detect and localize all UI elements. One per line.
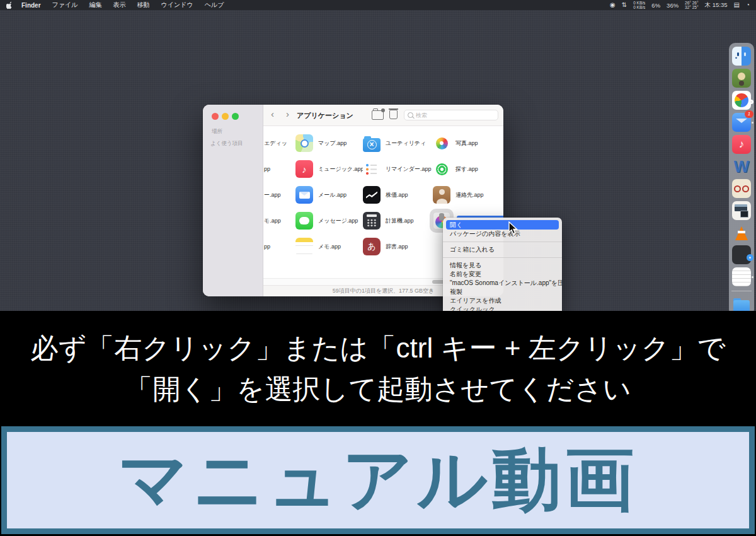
dock-vlc-icon[interactable] [732,223,751,242]
close-button[interactable] [212,113,219,120]
dock-reader-icon[interactable] [732,179,751,198]
app-icon [295,160,313,178]
app-icon [363,160,381,178]
network-arrows-icon[interactable]: ⇅ [622,0,627,10]
file-photos[interactable]: 写真.app [433,134,503,152]
file-label: リマインダー.app [386,165,432,173]
menu-bar-clock[interactable]: 木 15:35 [705,1,728,9]
menu-help[interactable]: ヘルプ [199,1,230,9]
network-speed[interactable]: 0 KB/s 0 KB/s [633,1,645,9]
file-label-clipped[interactable]: pp [264,238,287,255]
search-icon [408,112,413,118]
file-utilities[interactable]: ユーティリティ [363,134,432,152]
file-music[interactable]: ミュージック.app [295,160,364,178]
app-icon [433,160,450,178]
app-icon [363,186,381,204]
dock-quicktime-icon[interactable] [732,245,751,264]
file-findmy[interactable]: 探す.app [433,160,503,178]
dock-downloads-folder-icon[interactable] [732,296,751,311]
file-label: 探す.app [455,165,478,173]
new-folder-icon[interactable] [372,110,384,120]
back-button[interactable]: ‹ [271,108,274,120]
file-label: 計算機.app [386,217,414,225]
file-label: 写真.app [455,139,478,148]
context-divider[interactable] [443,242,562,242]
battery-percent[interactable]: 36% [667,2,679,9]
app-icon [363,212,381,230]
caption-band: 必ず「右クリック」または「ctrl キー + 左クリック」で 「開く」を選択して… [0,311,756,426]
dock-game-icon[interactable] [732,69,751,88]
menu-bar-status: ◉ ⇅ 0 KB/s 0 KB/s 6% 36% 26° 26° 32° 25°… [610,0,750,10]
context-divider[interactable] [443,257,562,258]
file-mail[interactable]: メール.app [295,186,364,204]
dock-chrome-icon[interactable] [732,91,751,110]
sidebar-section-favorites: よく使う項目 [210,140,243,148]
file-label: メール.app [318,191,346,199]
menu-file[interactable]: ファイル [47,1,84,9]
context-item-open[interactable]: 開く [446,220,559,230]
menu-bar: Finderファイル編集表示移動ウインドウヘルプ ◉ ⇅ 0 KB/s 0 KB… [0,0,756,10]
context-item-show-package-contents[interactable]: パッケージの内容を表示 [443,230,562,238]
file-label: マップ.app [318,139,346,148]
screen-record-icon[interactable]: ◉ [610,0,616,10]
file-notes[interactable]: メモ.app [295,238,364,255]
finder-sidebar: 場所 よく使う項目 [203,105,263,296]
context-menu: 開くパッケージの内容を表示ゴミ箱に入れる情報を見る名前を変更"macOS Son… [443,218,562,311]
cpu-usage[interactable]: 6% [651,2,660,9]
dock-preview-icon[interactable] [732,201,751,220]
context-item-rename[interactable]: 名前を変更 [443,270,562,279]
dock-separator[interactable] [731,291,752,291]
dock-word-icon[interactable] [732,157,751,176]
menu-edit[interactable]: 編集 [84,1,108,9]
zoom-button[interactable] [232,113,239,120]
file-maps[interactable]: マップ.app [295,134,364,152]
menu-go[interactable]: 移動 [132,1,156,9]
file-stocks[interactable]: 株価.app [363,186,432,204]
dock-mail-icon[interactable]: 1 [732,113,751,132]
file-messages[interactable]: メッセージ.app [295,212,364,230]
context-item-quick-look[interactable]: クイックルック [443,305,562,311]
file-label-clipped[interactable]: モ.app [264,212,287,230]
search-input[interactable] [416,112,495,119]
trash-icon[interactable] [389,110,398,119]
forward-button[interactable]: › [286,108,289,120]
dock-finder-icon[interactable] [732,47,751,66]
file-calculator[interactable]: 計算機.app [363,212,432,230]
file-label-clipped[interactable]: ー.app [264,186,287,204]
banner: マニュアル動画 [1,426,755,534]
file-contacts[interactable]: 連絡先.app [433,186,503,204]
weather-temps[interactable]: 26° 26° 32° 25° [685,1,698,9]
menu-view[interactable]: 表示 [108,1,132,9]
context-item-move-to-trash[interactable]: ゴミ箱に入れる [443,245,562,254]
file-label: メッセージ.app [318,217,358,225]
minimize-button[interactable] [222,113,229,120]
app-icon [295,186,313,204]
menu-window[interactable]: ウインドウ [156,1,199,9]
context-item-get-info[interactable]: 情報を見る [443,261,562,270]
file-dictionary[interactable]: 辞書.app [363,238,432,255]
dock-textedit-icon[interactable] [732,267,751,286]
app-icon [295,238,313,255]
file-reminders[interactable]: リマインダー.app [363,160,432,178]
context-item-compress[interactable]: "macOS Sonomaインストール.app"を圧縮 [443,279,562,288]
search-field[interactable] [404,110,498,120]
screen: Finderファイル編集表示移動ウインドウヘルプ ◉ ⇅ 0 KB/s 0 KB… [0,0,756,536]
control-center-icon[interactable]: ◔ [746,0,750,10]
mouse-cursor [508,221,518,235]
apple-logo-icon[interactable] [6,1,13,9]
file-column-1: マップ.app ミュージック.app メール.app メッセージ.app [295,134,364,264]
caption-line-2: 「開く」を選択して起動させてください [125,371,631,408]
dock-music-icon[interactable] [732,135,751,154]
sidebar-section-locations: 場所 [212,128,222,136]
desktop-wallpaper: Finderファイル編集表示移動ウインドウヘルプ ◉ ⇅ 0 KB/s 0 KB… [0,0,756,311]
app-icon [295,212,313,230]
file-label: ミュージック.app [318,165,364,173]
file-label: 連絡先.app [455,191,484,199]
file-label-clipped[interactable]: エディッ [264,134,287,152]
context-item-make-alias[interactable]: エイリアスを作成 [443,296,562,305]
context-item-duplicate[interactable]: 複製 [443,288,562,296]
menu-finder[interactable]: Finder [16,2,47,9]
app-icon [433,186,450,204]
display-icon[interactable]: ▤ [734,0,740,10]
file-label-clipped[interactable]: pp [264,160,287,178]
